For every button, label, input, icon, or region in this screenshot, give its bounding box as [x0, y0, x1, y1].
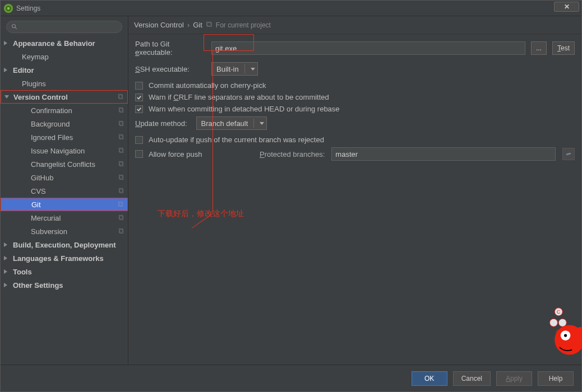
- sidebar-item[interactable]: Plugins: [1, 77, 128, 90]
- copy-icon: [118, 214, 124, 222]
- breadcrumb-sep: ›: [187, 21, 190, 29]
- detached-checkbox[interactable]: Warn when committing in detached HEAD or…: [135, 105, 575, 113]
- sidebar-item[interactable]: Keymap: [1, 50, 128, 63]
- checkbox-icon: [135, 136, 143, 144]
- copy-icon: [117, 93, 124, 101]
- svg-rect-10: [119, 134, 122, 138]
- checkbox-icon: [135, 82, 143, 90]
- svg-rect-22: [119, 215, 122, 219]
- chevron-right-icon: [4, 283, 7, 287]
- svg-rect-9: [120, 122, 123, 125]
- sidebar-item[interactable]: Ignored Files: [1, 130, 128, 144]
- sidebar-item[interactable]: Other Settings: [1, 278, 128, 292]
- breadcrumb-vcs: Version Control: [134, 21, 184, 29]
- sidebar-item-label: Tools: [13, 268, 32, 276]
- copy-icon: [118, 133, 124, 142]
- svg-rect-25: [120, 229, 123, 233]
- apply-button[interactable]: Apply: [496, 371, 532, 386]
- force-push-label: Allow force push: [149, 150, 202, 158]
- sidebar-item[interactable]: Mercurial: [1, 211, 128, 225]
- sidebar-item[interactable]: CVS: [1, 184, 128, 198]
- copy-icon: [118, 187, 124, 195]
- sidebar-item[interactable]: Languages & Frameworks: [1, 251, 128, 265]
- svg-rect-5: [119, 95, 123, 99]
- sidebar-item[interactable]: Changelist Conflicts: [1, 157, 128, 171]
- cherry-pick-checkbox[interactable]: Commit automatically on cherry-pick: [135, 81, 575, 90]
- content: Path to Git executable: ... Test SSH exe…: [128, 34, 581, 365]
- sidebar-item-label: GitHub: [31, 174, 53, 182]
- sidebar-item-label: Git: [31, 200, 41, 209]
- breadcrumb: Version Control › Git For current projec…: [128, 16, 581, 34]
- svg-rect-8: [119, 121, 122, 125]
- svg-rect-24: [119, 228, 122, 232]
- close-x: ✕: [564, 3, 570, 11]
- chevron-down-icon: [251, 68, 255, 71]
- sidebar-item-label: Background: [31, 120, 70, 128]
- dropdown-divider: [253, 119, 254, 128]
- svg-rect-13: [120, 148, 123, 152]
- chevron-down-icon: [260, 122, 264, 125]
- path-label: Path to Git executable:: [135, 40, 206, 57]
- cancel-button[interactable]: Cancel: [453, 371, 491, 386]
- svg-rect-15: [120, 162, 123, 166]
- browse-button[interactable]: ...: [531, 41, 547, 55]
- scope-text: For current project: [216, 21, 271, 29]
- sidebar-item[interactable]: Version Control: [1, 90, 128, 104]
- copy-icon: [118, 174, 124, 182]
- sidebar-item[interactable]: Editor: [1, 63, 128, 77]
- cherry-pick-label: Commit automatically on cherry-pick: [149, 81, 266, 90]
- sidebar-item[interactable]: Appearance & Behavior: [1, 36, 128, 50]
- breadcrumb-git: Git: [193, 21, 202, 29]
- chevron-down-icon: [4, 95, 9, 99]
- search-input[interactable]: [6, 21, 122, 33]
- chevron-right-icon: [4, 242, 7, 247]
- expand-button[interactable]: [562, 148, 575, 160]
- git-path-input[interactable]: [211, 41, 525, 55]
- force-push-checkbox[interactable]: Allow force push: [135, 150, 253, 158]
- ok-button[interactable]: OK: [412, 371, 447, 386]
- sidebar-item[interactable]: Issue Navigation: [1, 144, 128, 157]
- autoupdate-checkbox[interactable]: Auto-update if push of the current branc…: [135, 136, 575, 144]
- close-button[interactable]: ✕: [554, 2, 579, 12]
- sidebar-item-label: Other Settings: [13, 281, 63, 290]
- sidebar-item-label: Appearance & Behavior: [13, 39, 95, 48]
- sidebar-item[interactable]: Confirmation: [1, 104, 128, 117]
- sidebar-item-label: Mercurial: [31, 214, 61, 222]
- dropdown-divider: [244, 64, 245, 73]
- help-button[interactable]: Help: [538, 371, 574, 386]
- crlf-label: Warn if CRLF line separators are about t…: [149, 93, 329, 101]
- copy-icon: [118, 160, 124, 169]
- ssh-dropdown[interactable]: Built-in: [211, 62, 258, 76]
- test-button[interactable]: Test: [552, 41, 575, 55]
- project-scope-icon: [206, 21, 213, 29]
- sidebar: Appearance & BehaviorKeymapEditorPlugins…: [1, 16, 128, 365]
- ssh-label: SSH executable:: [135, 65, 206, 73]
- svg-point-1: [7, 7, 10, 10]
- sidebar-item[interactable]: Subversion: [1, 225, 128, 238]
- update-label: Update method:: [135, 119, 187, 128]
- sidebar-item-label: Subversion: [31, 227, 67, 236]
- sidebar-item-label: CVS: [31, 187, 46, 195]
- protected-branches-input[interactable]: [331, 147, 556, 161]
- checkbox-icon: [135, 94, 143, 101]
- footer: OK Cancel Apply Help: [1, 365, 581, 391]
- sidebar-item-label: Languages & Frameworks: [13, 254, 104, 263]
- window-body: Appearance & BehaviorKeymapEditorPlugins…: [1, 16, 581, 365]
- sidebar-item[interactable]: Git: [1, 198, 128, 211]
- force-push-row: Allow force push Protected branches:: [135, 147, 575, 161]
- sidebar-item[interactable]: Build, Execution, Deployment: [1, 238, 128, 251]
- sidebar-item-label: Plugins: [22, 80, 46, 88]
- settings-window: Settings ✕ Appearance & BehaviorKeymapEd…: [0, 0, 582, 392]
- sidebar-item-label: Issue Navigation: [31, 147, 85, 155]
- sidebar-item[interactable]: GitHub: [1, 171, 128, 184]
- sidebar-item[interactable]: Background: [1, 117, 128, 130]
- crlf-checkbox[interactable]: Warn if CRLF line separators are about t…: [135, 93, 575, 101]
- svg-rect-14: [119, 161, 122, 165]
- ssh-row: SSH executable: Built-in: [135, 62, 575, 76]
- chevron-right-icon: [4, 256, 7, 260]
- sidebar-item-label: Editor: [13, 66, 34, 74]
- main-panel: Version Control › Git For current projec…: [128, 16, 581, 365]
- copy-icon: [117, 200, 124, 209]
- update-dropdown[interactable]: Branch default: [196, 116, 267, 130]
- sidebar-item[interactable]: Tools: [1, 265, 128, 278]
